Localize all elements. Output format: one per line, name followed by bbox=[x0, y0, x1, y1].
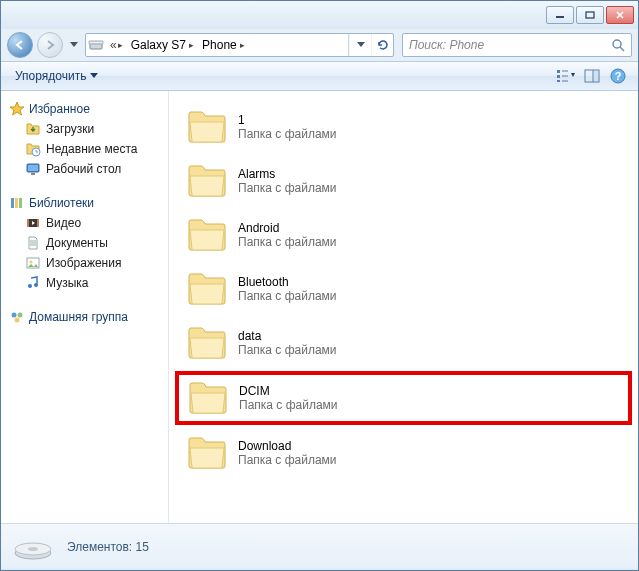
organize-button[interactable]: Упорядочить bbox=[9, 67, 104, 85]
folder-name: 1 bbox=[238, 113, 337, 127]
svg-rect-8 bbox=[557, 80, 560, 82]
folder-type: Папка с файлами bbox=[238, 289, 337, 303]
breadcrumb-item[interactable]: Galaxy S7▸ bbox=[127, 34, 198, 56]
desktop-icon bbox=[25, 161, 41, 177]
folder-name: DCIM bbox=[239, 384, 338, 398]
folder-icon bbox=[186, 216, 228, 254]
folder-item[interactable]: BluetoothПапка с файлами bbox=[175, 263, 632, 315]
svg-rect-0 bbox=[556, 16, 564, 18]
svg-rect-26 bbox=[37, 219, 39, 227]
drive-icon bbox=[11, 531, 55, 563]
status-text: Элементов: 15 bbox=[67, 540, 149, 554]
svg-point-39 bbox=[28, 547, 38, 551]
recent-icon bbox=[25, 141, 41, 157]
folder-icon bbox=[186, 270, 228, 308]
titlebar bbox=[1, 1, 638, 29]
folder-name: Bluetooth bbox=[238, 275, 337, 289]
preview-pane-button[interactable] bbox=[580, 65, 604, 87]
folder-type: Папка с файлами bbox=[238, 343, 337, 357]
file-list[interactable]: 1Папка с файламиAlarmsПапка с файламиAnd… bbox=[169, 91, 638, 523]
refresh-button[interactable] bbox=[371, 34, 393, 56]
statusbar: Элементов: 15 bbox=[1, 523, 638, 569]
svg-rect-20 bbox=[31, 173, 35, 175]
breadcrumb-overflow[interactable]: «▸ bbox=[106, 34, 127, 56]
folder-type: Папка с файлами bbox=[238, 453, 337, 467]
svg-rect-1 bbox=[586, 12, 594, 18]
sidebar-item-pictures[interactable]: Изображения bbox=[1, 253, 168, 273]
sidebar-libraries[interactable]: Библиотеки bbox=[1, 193, 168, 213]
folder-item[interactable]: DownloadПапка с файлами bbox=[175, 427, 632, 479]
search-placeholder: Поиск: Phone bbox=[409, 38, 484, 52]
sidebar-item-downloads[interactable]: Загрузки bbox=[1, 119, 168, 139]
search-icon bbox=[611, 38, 625, 52]
folder-item[interactable]: AndroidПапка с файлами bbox=[175, 209, 632, 261]
maximize-button[interactable] bbox=[576, 6, 604, 24]
folder-name: Alarms bbox=[238, 167, 337, 181]
svg-rect-7 bbox=[557, 75, 560, 78]
svg-point-36 bbox=[15, 318, 20, 323]
folder-name: Android bbox=[238, 221, 337, 235]
svg-rect-25 bbox=[27, 219, 29, 227]
folder-type: Папка с файлами bbox=[238, 127, 337, 141]
close-button[interactable] bbox=[606, 6, 634, 24]
device-icon bbox=[88, 37, 104, 53]
sidebar-item-music[interactable]: Музыка bbox=[1, 273, 168, 293]
svg-point-31 bbox=[30, 261, 33, 264]
explorer-window: «▸ Galaxy S7▸ Phone▸ Поиск: Phone Упоряд… bbox=[0, 0, 639, 571]
sidebar-item-recent[interactable]: Недавние места bbox=[1, 139, 168, 159]
folder-item[interactable]: DCIMПапка с файлами bbox=[175, 371, 632, 425]
libraries-icon bbox=[9, 195, 25, 211]
download-icon bbox=[25, 121, 41, 137]
svg-rect-6 bbox=[557, 70, 560, 73]
folder-icon bbox=[186, 108, 228, 146]
folder-icon bbox=[186, 324, 228, 362]
sidebar-item-desktop[interactable]: Рабочий стол bbox=[1, 159, 168, 179]
folder-icon bbox=[186, 434, 228, 472]
svg-line-5 bbox=[620, 47, 624, 51]
folder-type: Папка с файлами bbox=[239, 398, 338, 412]
svg-point-34 bbox=[12, 313, 17, 318]
address-bar[interactable]: «▸ Galaxy S7▸ Phone▸ bbox=[85, 33, 394, 57]
svg-point-35 bbox=[18, 313, 23, 318]
view-options-button[interactable] bbox=[554, 65, 578, 87]
navbar: «▸ Galaxy S7▸ Phone▸ Поиск: Phone bbox=[1, 29, 638, 61]
folder-item[interactable]: dataПапка с файлами bbox=[175, 317, 632, 369]
documents-icon bbox=[25, 235, 41, 251]
folder-name: data bbox=[238, 329, 337, 343]
help-button[interactable]: ? bbox=[606, 65, 630, 87]
back-button[interactable] bbox=[7, 32, 33, 58]
folder-type: Папка с файлами bbox=[238, 181, 337, 195]
folder-item[interactable]: 1Папка с файлами bbox=[175, 101, 632, 153]
folder-icon bbox=[186, 162, 228, 200]
homegroup-icon bbox=[9, 309, 25, 325]
svg-rect-3 bbox=[89, 41, 103, 44]
sidebar-favorites[interactable]: Избранное bbox=[1, 99, 168, 119]
svg-rect-23 bbox=[19, 198, 22, 208]
breadcrumb-item[interactable]: Phone▸ bbox=[198, 34, 249, 56]
sidebar-homegroup[interactable]: Домашняя группа bbox=[1, 307, 168, 327]
svg-rect-21 bbox=[11, 198, 14, 208]
svg-point-32 bbox=[28, 284, 32, 288]
address-dropdown[interactable] bbox=[349, 34, 371, 56]
pictures-icon bbox=[25, 255, 41, 271]
svg-rect-19 bbox=[28, 165, 38, 171]
svg-rect-22 bbox=[15, 198, 18, 208]
forward-button[interactable] bbox=[37, 32, 63, 58]
minimize-button[interactable] bbox=[546, 6, 574, 24]
search-input[interactable]: Поиск: Phone bbox=[402, 33, 632, 57]
sidebar-item-video[interactable]: Видео bbox=[1, 213, 168, 233]
sidebar: Избранное Загрузки Недавние места Рабочи… bbox=[1, 91, 169, 523]
svg-text:?: ? bbox=[615, 70, 622, 82]
folder-item[interactable]: AlarmsПапка с файлами bbox=[175, 155, 632, 207]
star-icon bbox=[9, 101, 25, 117]
folder-icon bbox=[187, 379, 229, 417]
svg-point-4 bbox=[613, 40, 621, 48]
music-icon bbox=[25, 275, 41, 291]
sidebar-item-documents[interactable]: Документы bbox=[1, 233, 168, 253]
folder-name: Download bbox=[238, 439, 337, 453]
video-icon bbox=[25, 215, 41, 231]
svg-rect-14 bbox=[594, 71, 598, 81]
svg-point-33 bbox=[34, 283, 38, 287]
toolbar: Упорядочить ? bbox=[1, 61, 638, 91]
history-dropdown[interactable] bbox=[67, 32, 81, 58]
